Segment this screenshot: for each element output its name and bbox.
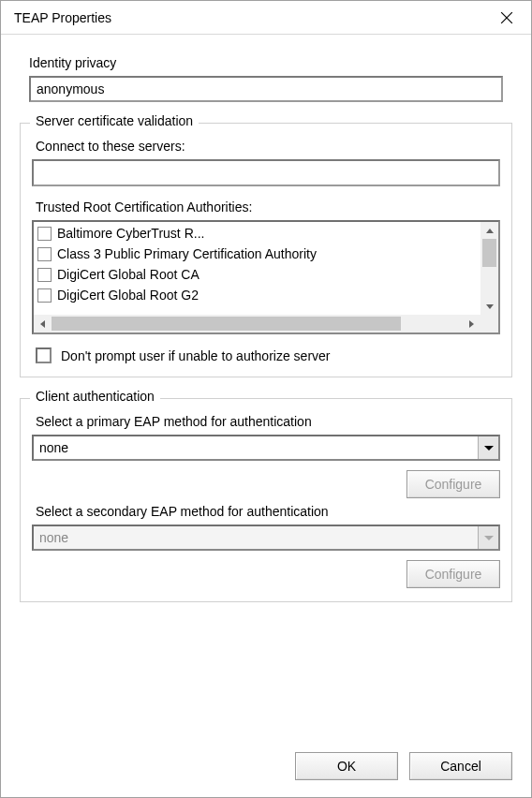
primary-eap-select[interactable]: none [32,435,500,461]
content-area: Identity privacy Server certificate vali… [1,35,531,737]
client-auth-legend: Client authentication [30,389,160,404]
svg-marker-4 [40,320,45,328]
server-validation-legend: Server certificate validation [30,113,199,128]
scroll-down-icon[interactable] [480,298,498,315]
primary-eap-value: none [39,440,68,455]
vertical-scrollbar[interactable] [480,222,498,315]
dont-prompt-checkbox-row[interactable]: Don't prompt user if unable to authorize… [36,347,500,363]
dont-prompt-label: Don't prompt user if unable to authorize… [61,348,331,363]
chevron-down-icon[interactable] [478,436,498,459]
close-button[interactable] [484,1,529,35]
hscroll-track[interactable] [52,315,463,332]
secondary-configure-button: Configure [406,560,500,588]
svg-marker-2 [486,229,494,233]
checkbox-icon[interactable] [37,227,52,241]
horizontal-scrollbar[interactable] [34,315,498,332]
hscroll-thumb[interactable] [52,317,401,331]
secondary-eap-select: none [32,525,500,551]
primary-configure-button[interactable]: Configure [406,470,500,498]
titlebar: TEAP Properties [1,1,531,35]
window-title: TEAP Properties [14,10,111,25]
list-item[interactable]: Baltimore CyberTrust R... [34,223,480,244]
ok-button[interactable]: OK [295,752,398,780]
svg-marker-5 [469,320,474,328]
secondary-eap-value: none [39,530,68,545]
checkbox-icon[interactable] [36,347,52,363]
checkbox-icon[interactable] [37,288,52,303]
list-item-label: Class 3 Public Primary Certification Aut… [57,246,317,261]
scroll-track[interactable] [480,239,498,298]
checkbox-icon[interactable] [37,247,52,261]
checkbox-icon[interactable] [37,268,52,282]
trusted-root-listbox[interactable]: Baltimore CyberTrust R... Class 3 Public… [32,220,500,334]
scroll-up-icon[interactable] [480,222,498,239]
list-item-label: DigiCert Global Root CA [57,267,200,282]
scroll-corner [480,315,498,332]
identity-privacy-label: Identity privacy [29,55,503,70]
client-auth-group: Client authentication Select a primary E… [20,398,512,602]
close-icon [500,11,513,24]
list-item[interactable]: DigiCert Global Root G2 [34,285,480,305]
list-item[interactable]: DigiCert Global Root CA [34,264,480,285]
cancel-button[interactable]: Cancel [409,752,512,780]
identity-privacy-input[interactable] [29,76,503,102]
trusted-root-label: Trusted Root Certification Authorities: [36,200,496,214]
primary-eap-label: Select a primary EAP method for authenti… [36,414,496,429]
scroll-right-icon[interactable] [463,315,480,332]
secondary-eap-label: Select a secondary EAP method for authen… [36,504,496,519]
svg-marker-3 [486,304,494,309]
list-item-label: Baltimore CyberTrust R... [57,226,204,241]
list-item[interactable]: Class 3 Public Primary Certification Aut… [34,244,480,264]
dialog-footer: OK Cancel [1,737,531,797]
connect-servers-label: Connect to these servers: [36,139,496,154]
scroll-left-icon[interactable] [34,315,52,332]
teap-properties-dialog: TEAP Properties Identity privacy Server … [0,0,532,798]
connect-servers-input[interactable] [32,159,500,186]
list-item-label: DigiCert Global Root G2 [57,288,199,303]
chevron-down-icon [478,526,498,549]
server-validation-group: Server certificate validation Connect to… [20,123,512,377]
scroll-thumb[interactable] [482,239,496,267]
